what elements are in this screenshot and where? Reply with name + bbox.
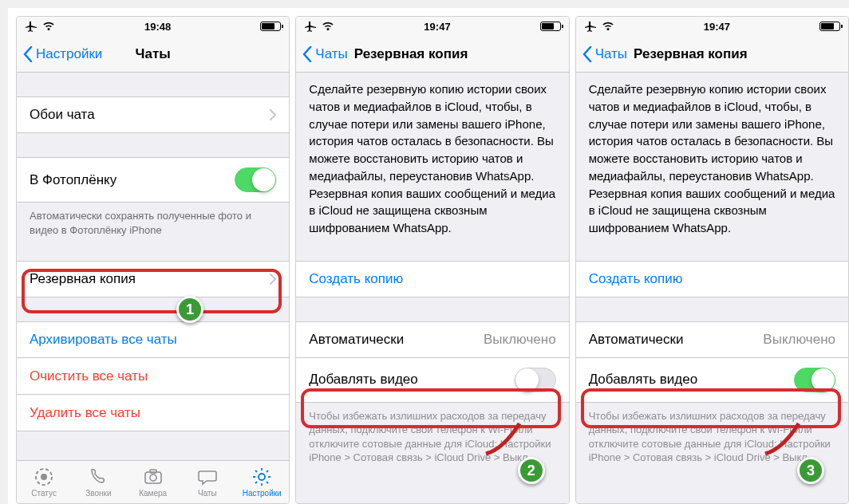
nav-bar: Чаты Резервная копия <box>296 36 568 73</box>
screen-chats-settings: 19:48 Настройки Чаты Обои чата В Фотоп <box>16 16 290 504</box>
cell-clear-all[interactable]: Очистить все чаты <box>17 358 289 395</box>
tab-calls[interactable]: Звонки <box>71 461 125 503</box>
chevron-left-icon <box>23 46 33 62</box>
chevron-right-icon <box>270 109 276 120</box>
status-time: 19:48 <box>55 21 260 33</box>
status-icon <box>34 467 54 487</box>
airplane-icon <box>304 21 317 32</box>
status-bar: 19:48 <box>17 17 289 36</box>
tab-label: Настройки <box>243 489 282 498</box>
cell-auto-backup[interactable]: Автоматически Выключено <box>296 321 568 358</box>
battery-icon <box>540 22 561 31</box>
battery-icon <box>260 22 281 31</box>
cell-label: Автоматически <box>309 332 404 348</box>
svg-point-3 <box>150 474 156 481</box>
cell-archive-all[interactable]: Архивировать все чаты <box>17 321 289 358</box>
svg-point-1 <box>41 474 47 480</box>
cell-include-video[interactable]: Добавлять видео <box>296 358 568 403</box>
battery-icon <box>819 22 840 31</box>
back-button[interactable]: Чаты <box>582 46 627 62</box>
camera-roll-footnote: Автоматически сохранять полученные фото … <box>17 203 289 237</box>
cell-value: Выключено <box>763 332 835 348</box>
cell-create-backup[interactable]: Создать копию <box>296 261 568 297</box>
status-time: 19:47 <box>614 21 819 33</box>
cell-save-camera-roll[interactable]: В Фотоплёнку <box>17 157 289 203</box>
nav-title: Чаты <box>136 46 171 62</box>
tab-bar: Статус Звонки Камера Чаты Настройки <box>17 460 289 503</box>
nav-bar: Чаты Резервная копия <box>576 36 848 73</box>
three-screenshots-container: 19:48 Настройки Чаты Обои чата В Фотоп <box>8 8 849 504</box>
cell-include-video[interactable]: Добавлять видео <box>576 358 848 403</box>
wifi-icon <box>602 22 614 31</box>
cell-label: Автоматически <box>589 332 684 348</box>
tab-label: Статус <box>31 489 57 498</box>
cell-label: Архивировать все чаты <box>30 332 177 348</box>
nav-title: Резервная копия <box>354 46 468 62</box>
gear-icon <box>251 467 272 487</box>
scroll-content: Сделайте резервную копию истории своих ч… <box>576 73 848 503</box>
airplane-icon <box>25 21 38 32</box>
cell-label: Добавлять видео <box>309 372 417 388</box>
cell-label: Очистить все чаты <box>30 368 148 384</box>
cell-label: Создать копию <box>589 271 683 287</box>
cell-wallpaper[interactable]: Обои чата <box>17 96 289 133</box>
chevron-left-icon <box>302 46 312 62</box>
chat-icon <box>197 467 218 487</box>
backup-description: Сделайте резервную копию истории своих ч… <box>296 73 568 237</box>
svg-point-5 <box>259 474 265 480</box>
tab-chats[interactable]: Чаты <box>180 461 235 503</box>
backup-tip: Чтобы избежать излишних расходов за пере… <box>296 403 568 465</box>
svg-rect-2 <box>145 472 161 483</box>
tab-label: Чаты <box>198 489 217 498</box>
camera-icon <box>143 467 164 487</box>
cell-create-backup[interactable]: Создать копию <box>576 261 848 297</box>
chevron-right-icon <box>270 274 276 285</box>
cell-value: Выключено <box>484 332 556 348</box>
scroll-content: Обои чата В Фотоплёнку Автоматически сох… <box>17 73 289 460</box>
wifi-icon <box>42 22 55 31</box>
tab-camera[interactable]: Камера <box>126 461 180 503</box>
switch-include-video[interactable] <box>515 368 556 392</box>
switch-include-video[interactable] <box>794 368 835 392</box>
switch-save-camera-roll[interactable] <box>235 167 276 192</box>
cell-label: Удалить все чаты <box>30 405 140 421</box>
phone-icon <box>88 467 109 487</box>
backup-tip: Чтобы избежать излишних расходов за пере… <box>576 403 848 465</box>
nav-bar: Настройки Чаты <box>17 36 289 73</box>
wifi-icon <box>322 22 334 31</box>
cell-backup[interactable]: Резервная копия <box>17 261 289 297</box>
cell-delete-all[interactable]: Удалить все чаты <box>17 395 289 431</box>
cell-label: Обои чата <box>30 107 95 123</box>
back-label: Чаты <box>315 46 347 62</box>
status-time: 19:47 <box>334 21 539 33</box>
screen-backup-video-off: 19:47 Чаты Резервная копия Сделайте резе… <box>295 16 569 504</box>
scroll-content: Сделайте резервную копию истории своих ч… <box>296 73 568 503</box>
backup-description: Сделайте резервную копию истории своих ч… <box>576 73 848 237</box>
airplane-icon <box>584 21 597 32</box>
status-bar: 19:47 <box>576 17 848 36</box>
tab-settings[interactable]: Настройки <box>235 461 289 503</box>
chevron-left-icon <box>582 46 592 62</box>
back-label: Настройки <box>36 46 102 62</box>
tab-label: Камера <box>139 489 167 498</box>
back-button[interactable]: Чаты <box>302 46 347 62</box>
back-label: Чаты <box>595 46 627 62</box>
svg-rect-4 <box>150 470 156 473</box>
nav-title: Резервная копия <box>634 46 748 62</box>
cell-label: Создать копию <box>309 271 403 287</box>
screen-backup-video-on: 19:47 Чаты Резервная копия Сделайте резе… <box>575 16 849 504</box>
cell-auto-backup[interactable]: Автоматически Выключено <box>576 321 848 358</box>
cell-label: Резервная копия <box>30 271 136 287</box>
status-bar: 19:47 <box>296 17 568 36</box>
cell-label: Добавлять видео <box>589 372 697 388</box>
tab-label: Звонки <box>85 489 111 498</box>
back-button[interactable]: Настройки <box>23 46 102 62</box>
cell-label: В Фотоплёнку <box>30 172 116 188</box>
tab-status[interactable]: Статус <box>17 461 71 503</box>
